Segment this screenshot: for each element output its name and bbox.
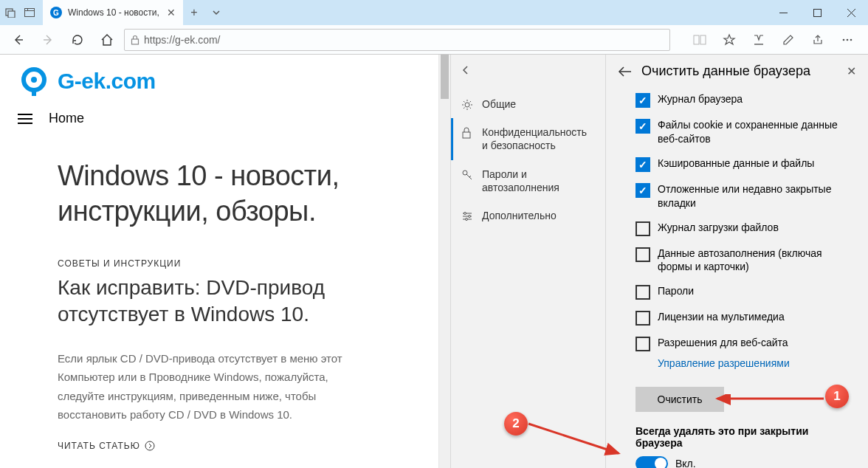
more-button[interactable] bbox=[833, 27, 862, 52]
address-text: https://g-ek.com/ bbox=[144, 34, 220, 46]
hero-section: Windows 10 - новости, инструкции, обзоры… bbox=[0, 138, 438, 229]
reading-view-button[interactable] bbox=[685, 27, 714, 52]
home-button[interactable] bbox=[94, 27, 120, 52]
checkbox-label: Данные автозаполнения (включая формы и к… bbox=[658, 247, 853, 275]
settings-back-button[interactable] bbox=[451, 55, 605, 86]
permissions-link[interactable]: Управление разрешениями bbox=[658, 357, 853, 369]
checkbox-icon[interactable] bbox=[636, 221, 650, 236]
checkbox-row[interactable]: Данные автозаполнения (включая формы и к… bbox=[636, 247, 853, 275]
article-category[interactable]: СОВЕТЫ И ИНСТРУКЦИИ bbox=[0, 229, 438, 269]
checkbox-row[interactable]: Файлы cookie и сохраненные данные веб-са… bbox=[636, 118, 853, 146]
svg-rect-2 bbox=[25, 9, 35, 17]
window-close-button[interactable] bbox=[834, 0, 868, 25]
checkbox-icon[interactable] bbox=[636, 157, 650, 172]
site-logo[interactable]: G-ek.com bbox=[0, 62, 438, 103]
favorite-button[interactable] bbox=[714, 27, 744, 52]
svg-point-33 bbox=[469, 215, 471, 217]
settings-item-privacy[interactable]: Конфиденциальность и безопасность bbox=[451, 118, 605, 159]
article-excerpt: Если ярлык CD / DVD-привода отсутствует … bbox=[0, 328, 438, 424]
svg-rect-25 bbox=[463, 132, 470, 138]
hamburger-icon[interactable] bbox=[18, 114, 32, 124]
panel-back-button[interactable] bbox=[618, 66, 633, 78]
tabs-aside-icon[interactable] bbox=[4, 7, 16, 18]
settings-nav-panel: Общие Конфиденциальность и безопасность … bbox=[450, 55, 605, 468]
back-button[interactable] bbox=[6, 27, 31, 52]
new-tab-button[interactable]: + bbox=[183, 0, 205, 25]
site-nav: Home bbox=[0, 103, 438, 138]
window-maximize-button[interactable] bbox=[800, 0, 834, 25]
arrow-right-icon bbox=[145, 441, 155, 451]
window-minimize-button[interactable] bbox=[766, 0, 800, 25]
svg-line-28 bbox=[469, 176, 471, 177]
svg-line-27 bbox=[466, 174, 472, 179]
panel-close-button[interactable]: ✕ bbox=[847, 64, 856, 78]
checkbox-label: Журнал браузера bbox=[658, 92, 743, 106]
lock-icon bbox=[461, 127, 473, 139]
browser-tab[interactable]: G Windows 10 - новости, ✕ bbox=[43, 0, 183, 25]
svg-point-34 bbox=[466, 218, 468, 220]
checkbox-row[interactable]: Разрешения для веб-сайта bbox=[636, 336, 853, 351]
clear-button[interactable]: Очистить bbox=[636, 387, 724, 412]
checkbox-icon[interactable] bbox=[636, 119, 650, 134]
svg-rect-21 bbox=[32, 89, 36, 96]
web-page: G-ek.com Home Windows 10 - новости, инст… bbox=[0, 55, 438, 468]
svg-marker-14 bbox=[724, 35, 734, 44]
checkbox-row[interactable]: Кэшированные данные и файлы bbox=[636, 156, 853, 172]
share-button[interactable] bbox=[803, 27, 833, 52]
checkbox-icon[interactable] bbox=[636, 285, 650, 300]
settings-item-advepochs[interactable]: Дополнительно bbox=[451, 202, 605, 230]
arrow-1 bbox=[714, 394, 825, 409]
toggle-label: Вкл. bbox=[675, 458, 696, 468]
checkbox-icon[interactable] bbox=[636, 311, 650, 326]
tab-close-icon[interactable]: ✕ bbox=[167, 7, 176, 18]
tabs-preview-icon[interactable] bbox=[24, 7, 35, 18]
checkbox-row[interactable]: Журнал загрузки файлов bbox=[636, 221, 853, 236]
settings-item-label: Дополнительно bbox=[482, 209, 557, 222]
always-clear-toggle-row: Вкл. bbox=[636, 456, 853, 468]
refresh-button[interactable] bbox=[65, 27, 90, 52]
checkbox-row[interactable]: Отложенные или недавно закрытые вкладки bbox=[636, 182, 853, 210]
toggle-switch[interactable] bbox=[636, 456, 668, 468]
forward-button[interactable] bbox=[35, 27, 61, 52]
favorites-list-button[interactable] bbox=[744, 27, 774, 52]
settings-item-general[interactable]: Общие bbox=[451, 90, 605, 118]
logo-text: G-ek.com bbox=[58, 69, 156, 94]
svg-point-32 bbox=[464, 212, 466, 214]
svg-point-17 bbox=[843, 38, 845, 41]
nav-home[interactable]: Home bbox=[49, 111, 84, 126]
hero-title: Windows 10 - новости, инструкции, обзоры… bbox=[58, 159, 372, 229]
tab-chevron-icon[interactable] bbox=[205, 0, 227, 25]
callout-2: 2 bbox=[504, 412, 528, 436]
callout-1: 1 bbox=[825, 385, 849, 408]
checkbox-row[interactable]: Журнал браузера bbox=[636, 92, 853, 108]
panel-header: Очистить данные браузера ✕ bbox=[606, 55, 868, 92]
checkbox-icon[interactable] bbox=[636, 93, 650, 108]
tab-title: Windows 10 - новости, bbox=[68, 7, 161, 18]
checkbox-icon[interactable] bbox=[636, 247, 650, 262]
settings-item-passwords[interactable]: Пароли и автозаполнения bbox=[451, 160, 605, 202]
checkbox-label: Кэшированные данные и файлы bbox=[658, 156, 814, 171]
address-bar[interactable]: https://g-ek.com/ bbox=[124, 29, 670, 51]
checkbox-row[interactable]: Пароли bbox=[636, 284, 853, 300]
checkbox-label: Файлы cookie и сохраненные данные веб-са… bbox=[658, 118, 853, 146]
checkbox-row[interactable]: Лицензии на мультимедиа bbox=[636, 310, 853, 326]
svg-rect-13 bbox=[700, 35, 706, 44]
gear-icon bbox=[461, 99, 473, 111]
page-scrollbar[interactable] bbox=[438, 55, 450, 468]
svg-point-23 bbox=[145, 441, 154, 450]
checkbox-label: Лицензии на мультимедиа bbox=[658, 310, 785, 324]
checkbox-icon[interactable] bbox=[636, 337, 650, 351]
checkbox-icon[interactable] bbox=[636, 183, 650, 198]
article-title[interactable]: Как исправить: DVD-привод отсутствует в … bbox=[0, 269, 438, 328]
svg-point-19 bbox=[850, 38, 852, 41]
svg-rect-12 bbox=[694, 35, 699, 44]
settings-item-label: Пароли и автозаполнения bbox=[482, 168, 595, 194]
lock-icon bbox=[131, 35, 140, 45]
titlebar-left bbox=[0, 0, 35, 25]
read-more-link[interactable]: ЧИТАТЬ СТАТЬЮ bbox=[0, 424, 438, 451]
logo-icon bbox=[18, 65, 50, 97]
settings-item-label: Общие bbox=[482, 97, 516, 111]
notes-button[interactable] bbox=[774, 27, 803, 52]
arrow-2 bbox=[527, 422, 623, 459]
checkbox-label: Отложенные или недавно закрытые вкладки bbox=[658, 182, 853, 210]
